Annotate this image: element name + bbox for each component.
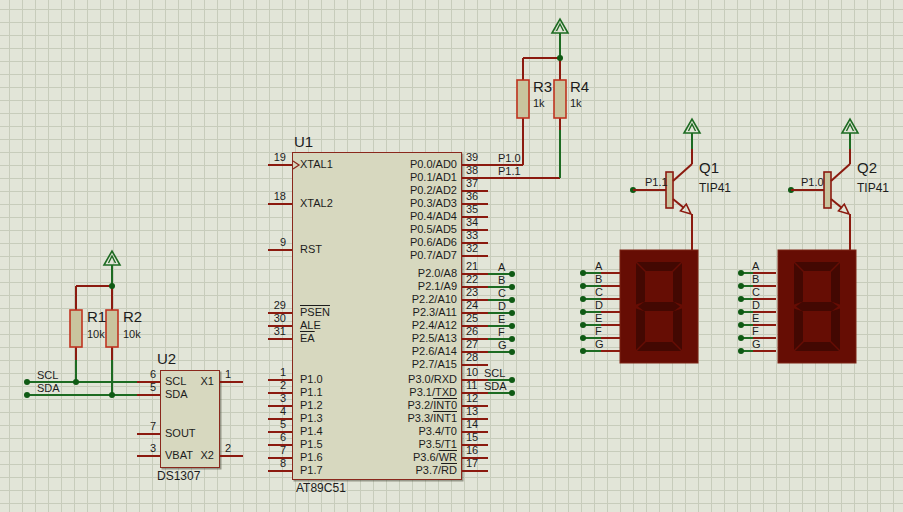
junction-dot [580, 322, 586, 328]
clock-pin-icon [293, 161, 299, 169]
u1-pins[interactable] [268, 161, 515, 471]
junction-dot [580, 309, 586, 315]
junction-dot [509, 377, 515, 383]
resistor-r3[interactable] [517, 80, 529, 118]
transistor-q1-base-bar [666, 172, 673, 208]
junction-dot [509, 271, 515, 277]
junction-dot [73, 379, 79, 385]
junction-dot [557, 55, 563, 61]
junction-dot [509, 390, 515, 396]
wire-layer[interactable] [0, 0, 903, 512]
junction-dot [509, 310, 515, 316]
seven-segment-display-2[interactable] [778, 250, 856, 363]
resistor-r4[interactable] [554, 80, 566, 118]
junction-dot [509, 349, 515, 355]
power-symbol[interactable] [684, 119, 700, 133]
junction-dot [509, 336, 515, 342]
power-symbol[interactable] [552, 19, 568, 33]
resistor-r2[interactable] [106, 310, 118, 347]
junction-dot [738, 335, 744, 341]
schematic-canvas[interactable]: U1 AT89C51 U2 DS1307 R1 10k R2 10k R3 1k… [0, 0, 903, 512]
nets[interactable] [24, 19, 858, 456]
junction-dot [109, 392, 115, 398]
resistors[interactable] [70, 80, 566, 347]
junction-dot [580, 335, 586, 341]
junction-dot [580, 296, 586, 302]
power-symbol[interactable] [104, 251, 120, 265]
junction-dot [738, 309, 744, 315]
junction-dot [109, 283, 115, 289]
junction-dot [738, 296, 744, 302]
junction-dot [580, 348, 586, 354]
junction-dot [580, 283, 586, 289]
junction-dot [738, 348, 744, 354]
resistor-r1[interactable] [70, 310, 82, 347]
junction-dot [509, 323, 515, 329]
junction-dot [738, 322, 744, 328]
junction-dot [509, 297, 515, 303]
junction-dot [738, 283, 744, 289]
junction-dot [24, 379, 30, 385]
seven-segment-display-1[interactable] [620, 250, 698, 363]
junction-dot [738, 270, 744, 276]
power-symbol[interactable] [842, 119, 858, 133]
transistor-q2[interactable] [791, 164, 850, 214]
transistor-q1[interactable] [633, 164, 692, 214]
junction-dot [580, 270, 586, 276]
junction-dot [24, 392, 30, 398]
transistor-q2-base-bar [824, 172, 831, 208]
junction-dot [509, 284, 515, 290]
